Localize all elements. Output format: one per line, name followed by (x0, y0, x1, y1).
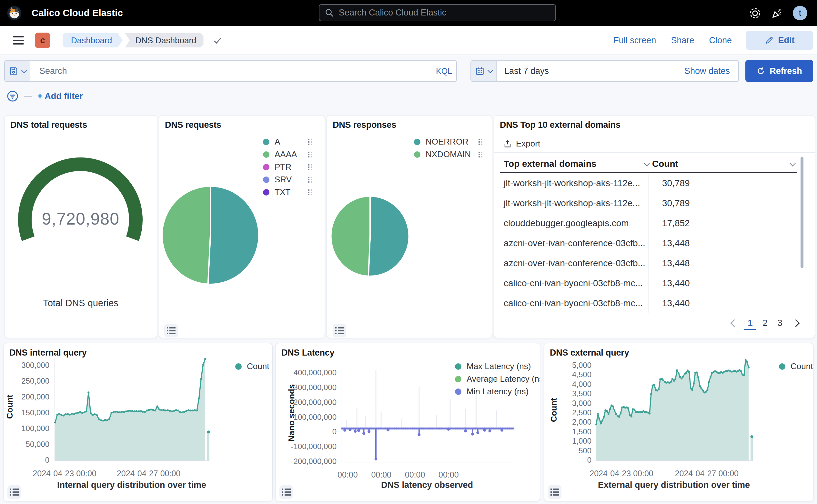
column-header-count[interactable]: Count (652, 157, 795, 171)
y-tick: 300,000 (4, 361, 49, 370)
kql-language-button[interactable]: KQL (432, 61, 456, 81)
legend-item[interactable]: NOERROR (414, 136, 482, 148)
sort-chevron-icon[interactable] (644, 160, 650, 166)
legend-item[interactable]: SRV (263, 173, 312, 186)
legend: AAAAAPTRSRVTXT (263, 136, 312, 198)
legend-item[interactable]: A (263, 136, 312, 148)
export-button[interactable]: Export (503, 139, 540, 149)
global-search-input[interactable]: Search Calico Cloud Elastic (319, 4, 556, 21)
y-tick: 400,000,000 (276, 368, 337, 377)
table-row[interactable]: jlt-worksh-jlt-workshop-aks-112e...30,78… (494, 193, 797, 213)
filter-menu-icon[interactable] (6, 90, 19, 102)
search-query-input[interactable]: Search (30, 61, 432, 81)
y-tick: -200,000,000 (276, 457, 337, 466)
menu-icon[interactable] (13, 36, 24, 45)
chevron-down-icon (21, 67, 27, 73)
legend-item[interactable]: Count (235, 360, 269, 373)
saved-query-menu-button[interactable] (5, 61, 30, 81)
filter-dash-icon (24, 96, 32, 97)
breadcrumb-dashboard[interactable]: Dashboard (63, 33, 118, 47)
domain-cell: azcni-over-ivan-conference-03cfb... (494, 258, 648, 268)
legend-label: Count (247, 361, 269, 371)
global-search-placeholder: Search Calico Cloud Elastic (339, 8, 446, 18)
legend-options-icon[interactable] (308, 152, 312, 157)
legend-item[interactable]: TXT (263, 186, 312, 198)
y-tick: 1,000 (544, 437, 591, 446)
legend-color-dot (779, 363, 785, 370)
panel-title: DNS Top 10 external domains (500, 120, 620, 130)
x-axis-title: DNS latency observed (341, 480, 513, 490)
pagination: 123 (727, 316, 803, 330)
date-quick-menu-button[interactable] (471, 61, 497, 81)
x-tick: 2024-04-27 00:00 (661, 469, 752, 478)
sort-chevron-icon[interactable] (790, 160, 795, 166)
divider (494, 152, 815, 153)
x-tick: 2024-04-23 00:00 (576, 469, 667, 478)
legend-color-dot (414, 151, 420, 158)
show-dates-button[interactable]: Show dates (684, 61, 738, 81)
news-icon[interactable] (771, 7, 783, 19)
y-tick: 150,000 (4, 408, 49, 417)
space-badge[interactable]: c (35, 33, 50, 48)
panel-legend-toggle-icon[interactable] (279, 485, 293, 499)
domain-cell: clouddebugger.googleapis.com (494, 218, 648, 228)
user-avatar[interactable]: t (793, 6, 807, 20)
y-tick: 1,500 (544, 427, 591, 436)
panel-legend-toggle-icon[interactable] (7, 485, 21, 499)
page-1-button[interactable]: 1 (744, 316, 756, 330)
page-3-button[interactable]: 3 (774, 316, 786, 330)
legend-color-dot (263, 189, 269, 196)
count-cell: 30,789 (648, 173, 690, 193)
legend-item[interactable]: NXDOMAIN (414, 148, 482, 161)
legend-options-icon[interactable] (308, 139, 312, 145)
panel-legend-toggle-icon[interactable] (333, 324, 346, 338)
legend-item[interactable]: AAAA (263, 148, 312, 161)
legend-label: NXDOMAIN (426, 149, 471, 159)
legend-item[interactable]: Count (779, 360, 813, 373)
y-tick: 3,500 (544, 389, 591, 398)
save-icon (9, 66, 18, 76)
y-tick: 0 (4, 456, 49, 465)
help-icon[interactable] (749, 7, 761, 19)
table-row[interactable]: jlt-worksh-jlt-workshop-aks-112e...30,78… (494, 173, 797, 193)
saved-check-icon (212, 35, 223, 46)
legend-label: NOERROR (426, 137, 469, 147)
chevron-down-icon (487, 67, 493, 73)
filter-bar: + Add filter (6, 90, 83, 103)
prev-page-icon[interactable] (730, 319, 738, 327)
legend-options-icon[interactable] (308, 177, 312, 183)
top-app-bar: Calico Cloud Elastic Search Calico Cloud… (0, 0, 817, 26)
table-scrollbar[interactable] (801, 157, 803, 268)
panel-legend-toggle-icon[interactable] (548, 485, 561, 499)
edit-button[interactable]: Edit (746, 31, 813, 50)
share-link[interactable]: Share (671, 35, 694, 45)
page-2-button[interactable]: 2 (759, 316, 771, 330)
legend-options-icon[interactable] (308, 164, 312, 170)
legend-options-icon[interactable] (308, 189, 312, 195)
refresh-button[interactable]: Refresh (745, 60, 813, 82)
column-header-domains[interactable]: Top external domains (504, 157, 649, 171)
legend-options-icon[interactable] (479, 139, 482, 145)
clone-link[interactable]: Clone (709, 35, 732, 45)
full-screen-link[interactable]: Full screen (613, 35, 656, 45)
legend-color-dot (263, 176, 269, 183)
table-row[interactable]: azcni-over-ivan-conference-03cfb...13,44… (494, 253, 797, 273)
table-row[interactable]: azcni-over-ivan-conference-03cfb...13,44… (494, 233, 797, 253)
legend-item[interactable]: PTR (263, 161, 312, 173)
legend-color-dot (263, 151, 269, 158)
next-page-icon[interactable] (792, 319, 800, 327)
table-row[interactable]: calico-cni-ivan-byocni-03cfb8-mc...13,44… (494, 293, 797, 313)
domain-cell: calico-cni-ivan-byocni-03cfb8-mc... (494, 278, 648, 288)
time-range-value[interactable]: Last 7 days (497, 61, 684, 81)
legend-options-icon[interactable] (479, 152, 482, 157)
search-icon (325, 8, 334, 18)
breadcrumb-dns-dashboard[interactable]: DNS Dashboard (125, 33, 203, 47)
add-filter-button[interactable]: + Add filter (37, 91, 83, 101)
y-tick: 100,000 (4, 424, 49, 433)
panel-dns-external-query: DNS external query Count External query … (544, 343, 814, 501)
table-row[interactable]: calico-cni-ivan-byocni-03cfb8-mc...13,44… (494, 273, 797, 293)
refresh-icon (756, 66, 765, 76)
table-row[interactable]: clouddebugger.googleapis.com17,852 (494, 213, 797, 233)
panel-legend-toggle-icon[interactable] (164, 324, 178, 338)
domain-cell: calico-cni-ivan-byocni-03cfb8-mc... (494, 298, 648, 308)
